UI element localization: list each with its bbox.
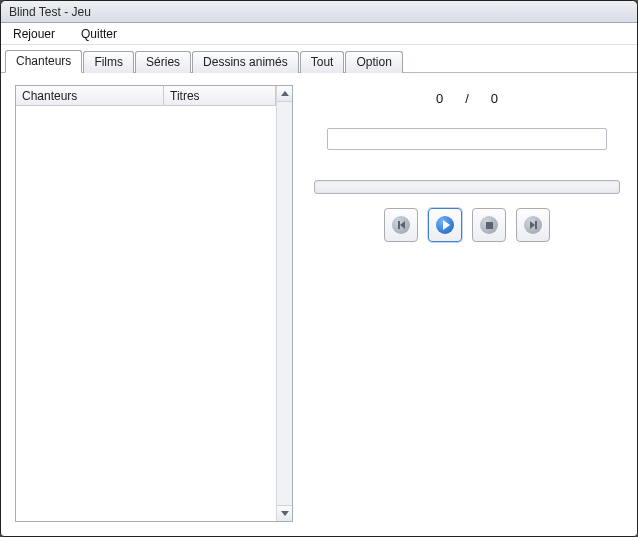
listview-wrap: Chanteurs Titres	[15, 85, 293, 522]
tab-films[interactable]: Films	[83, 51, 134, 73]
tabs: Chanteurs Films Séries Dessins animés To…	[1, 45, 637, 73]
tab-tout[interactable]: Tout	[300, 51, 345, 73]
list-headers: Chanteurs Titres	[16, 86, 276, 106]
track-list[interactable]: Chanteurs Titres	[16, 86, 276, 521]
tab-dessins-animes[interactable]: Dessins animés	[192, 51, 299, 73]
progress-bar[interactable]	[314, 180, 620, 194]
scroll-track[interactable]	[277, 102, 292, 505]
titlebar[interactable]: Blind Test - Jeu	[1, 1, 637, 23]
play-button[interactable]	[428, 208, 462, 242]
tab-chanteurs[interactable]: Chanteurs	[5, 50, 82, 73]
answer-input[interactable]	[327, 128, 607, 150]
column-header-titres[interactable]: Titres	[164, 86, 276, 105]
menubar: Rejouer Quitter	[1, 23, 637, 45]
column-header-chanteurs[interactable]: Chanteurs	[16, 86, 164, 105]
left-pane: Chanteurs Titres	[15, 85, 293, 522]
tab-series[interactable]: Séries	[135, 51, 191, 73]
chevron-down-icon	[281, 511, 289, 516]
media-controls	[384, 208, 550, 242]
tab-option[interactable]: Option	[345, 51, 402, 73]
score-total: 0	[491, 91, 498, 106]
app-window: Blind Test - Jeu Rejouer Quitter Chanteu…	[0, 0, 638, 537]
stop-icon	[480, 216, 498, 234]
skip-forward-icon	[524, 216, 542, 234]
scroll-down-button[interactable]	[277, 505, 292, 521]
skip-back-icon	[392, 216, 410, 234]
stop-button[interactable]	[472, 208, 506, 242]
menu-rejouer[interactable]: Rejouer	[9, 25, 59, 43]
window-title: Blind Test - Jeu	[9, 5, 91, 19]
right-pane: 0 / 0	[311, 85, 623, 522]
scrollbar[interactable]	[276, 86, 292, 521]
score-separator: /	[465, 91, 469, 106]
list-body[interactable]	[16, 106, 276, 521]
score-current: 0	[436, 91, 443, 106]
previous-button[interactable]	[384, 208, 418, 242]
next-button[interactable]	[516, 208, 550, 242]
content-area: Chanteurs Titres 0	[1, 73, 637, 536]
chevron-up-icon	[281, 91, 289, 96]
play-icon	[436, 216, 454, 234]
menu-quitter[interactable]: Quitter	[77, 25, 121, 43]
score-display: 0 / 0	[436, 91, 498, 106]
scroll-up-button[interactable]	[277, 86, 292, 102]
